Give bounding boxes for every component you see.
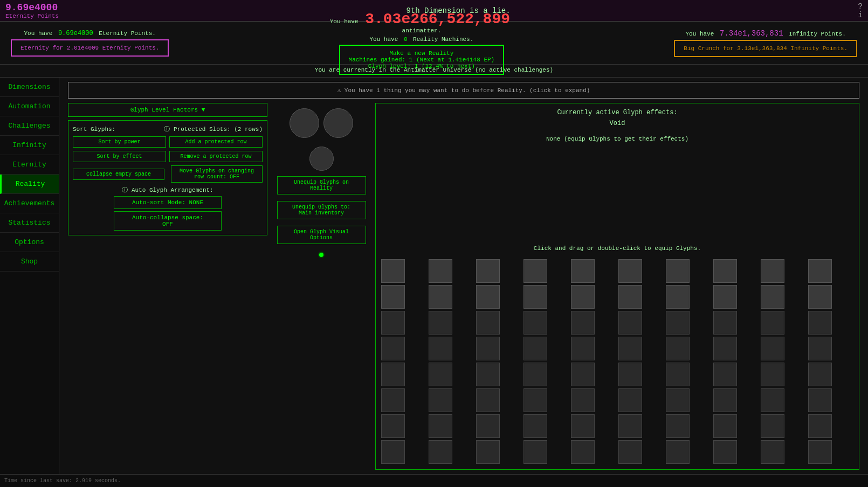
inv-slot[interactable] — [571, 259, 595, 283]
inv-slot[interactable] — [523, 337, 547, 360]
collapse-empty-space-button[interactable]: Collapse empty space — [73, 169, 164, 180]
inv-slot[interactable] — [476, 440, 500, 464]
inv-slot[interactable] — [571, 337, 595, 360]
inv-slot[interactable] — [808, 414, 832, 438]
inv-slot[interactable] — [618, 363, 642, 386]
glyph-level-factors-button[interactable]: Glyph Level Factors ▼ — [68, 103, 267, 117]
inv-slot[interactable] — [429, 259, 452, 283]
inv-slot[interactable] — [761, 388, 784, 412]
inv-slot[interactable] — [666, 363, 690, 386]
inv-slot[interactable] — [381, 259, 405, 283]
inv-slot[interactable] — [761, 337, 784, 360]
inv-slot[interactable] — [476, 285, 500, 309]
inv-slot[interactable] — [808, 285, 832, 309]
inv-slot[interactable] — [381, 363, 405, 386]
inv-slot[interactable] — [429, 337, 452, 360]
inv-slot[interactable] — [523, 259, 547, 283]
inv-slot[interactable] — [618, 388, 642, 412]
sort-by-power-button[interactable]: Sort by power — [73, 136, 166, 148]
inv-slot[interactable] — [429, 311, 452, 335]
inv-slot[interactable] — [476, 311, 500, 335]
inv-slot[interactable] — [571, 414, 595, 438]
inv-slot[interactable] — [761, 285, 784, 309]
sidebar-item-statistics[interactable]: Statistics — [0, 213, 59, 233]
inv-slot[interactable] — [808, 311, 832, 335]
inv-slot[interactable] — [571, 363, 595, 386]
inv-slot[interactable] — [666, 311, 690, 335]
unequip-on-reality-button[interactable]: Unequip Glyphs on Reality — [277, 176, 366, 194]
inv-slot[interactable] — [713, 259, 737, 283]
inv-slot[interactable] — [713, 285, 737, 309]
inv-slot[interactable] — [429, 363, 452, 386]
inv-slot[interactable] — [618, 440, 642, 464]
inv-slot[interactable] — [381, 285, 405, 309]
inv-slot[interactable] — [666, 337, 690, 360]
inv-slot[interactable] — [761, 363, 784, 386]
inv-slot[interactable] — [713, 388, 737, 412]
inv-slot[interactable] — [666, 388, 690, 412]
inv-slot[interactable] — [713, 363, 737, 386]
inv-slot[interactable] — [476, 259, 500, 283]
inv-slot[interactable] — [523, 285, 547, 309]
inv-slot[interactable] — [523, 363, 547, 386]
inv-slot[interactable] — [381, 414, 405, 438]
inv-slot[interactable] — [808, 388, 832, 412]
inv-slot[interactable] — [571, 440, 595, 464]
inv-slot[interactable] — [808, 440, 832, 464]
auto-sort-mode-button[interactable]: Auto-sort Mode: NONE — [114, 196, 222, 209]
inv-slot[interactable] — [713, 440, 737, 464]
eternity-button[interactable]: Eternity for 2.01e4009 Eternity Points. — [11, 39, 169, 57]
inv-slot[interactable] — [381, 440, 405, 464]
inv-slot[interactable] — [523, 414, 547, 438]
inv-slot[interactable] — [476, 363, 500, 386]
inv-slot[interactable] — [571, 285, 595, 309]
inv-slot[interactable] — [381, 337, 405, 360]
inv-slot[interactable] — [381, 311, 405, 335]
inv-slot[interactable] — [666, 259, 690, 283]
sidebar-item-infinity[interactable]: Infinity — [0, 136, 59, 155]
inv-slot[interactable] — [808, 259, 832, 283]
inv-slot[interactable] — [381, 388, 405, 412]
inv-slot[interactable] — [571, 311, 595, 335]
inv-slot[interactable] — [429, 285, 452, 309]
inv-slot[interactable] — [429, 440, 452, 464]
inv-slot[interactable] — [476, 414, 500, 438]
inv-slot[interactable] — [761, 440, 784, 464]
warning-notice[interactable]: ⚠ You have 1 thing you may want to do be… — [68, 82, 859, 99]
auto-collapse-button[interactable]: Auto-collapse space: OFF — [114, 211, 222, 231]
inv-slot[interactable] — [713, 414, 737, 438]
inv-slot[interactable] — [476, 388, 500, 412]
inv-slot[interactable] — [429, 414, 452, 438]
inv-slot[interactable] — [713, 311, 737, 335]
inv-slot[interactable] — [618, 259, 642, 283]
big-crunch-button[interactable]: Big Crunch for 3.13e1,363,834 Infinity P… — [674, 40, 857, 57]
sidebar-item-automation[interactable]: Automation — [0, 97, 59, 116]
inv-slot[interactable] — [523, 311, 547, 335]
inv-slot[interactable] — [618, 285, 642, 309]
unequip-to-inventory-button[interactable]: Unequip Glyphs to:Main inventory — [277, 201, 366, 219]
inv-slot[interactable] — [618, 414, 642, 438]
remove-protected-row-button[interactable]: Remove a protected row — [169, 151, 263, 162]
inv-slot[interactable] — [618, 311, 642, 335]
inv-slot[interactable] — [761, 414, 784, 438]
sidebar-item-options[interactable]: Options — [0, 233, 59, 252]
inv-slot[interactable] — [808, 337, 832, 360]
sidebar-item-dimensions[interactable]: Dimensions — [0, 78, 59, 97]
add-protected-row-button[interactable]: Add a protected row — [169, 136, 263, 148]
inv-slot[interactable] — [523, 440, 547, 464]
inv-slot[interactable] — [666, 285, 690, 309]
sidebar-item-challenges[interactable]: Challenges — [0, 116, 59, 136]
inv-slot[interactable] — [571, 388, 595, 412]
move-glyphs-button[interactable]: Move Glyphs on changing row count: OFF — [171, 165, 263, 183]
inv-slot[interactable] — [761, 311, 784, 335]
inv-slot[interactable] — [666, 440, 690, 464]
inv-slot[interactable] — [666, 414, 690, 438]
sidebar-item-reality[interactable]: Reality — [0, 175, 59, 194]
sidebar-item-eternity[interactable]: Eternity — [0, 155, 59, 175]
inv-slot[interactable] — [713, 337, 737, 360]
inv-slot[interactable] — [476, 337, 500, 360]
sidebar-item-achievements[interactable]: Achievements — [0, 194, 59, 213]
inv-slot[interactable] — [523, 388, 547, 412]
inv-slot[interactable] — [761, 259, 784, 283]
open-visual-options-button[interactable]: Open Glyph Visual Options — [277, 226, 366, 244]
